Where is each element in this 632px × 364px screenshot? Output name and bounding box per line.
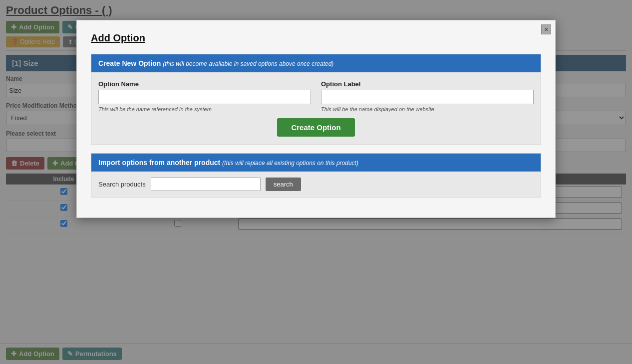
option-name-hint: This will be the name referenced in the … — [98, 106, 311, 112]
create-section-body: Option Name This will be the name refere… — [91, 72, 541, 145]
option-name-group: Option Name This will be the name refere… — [98, 80, 311, 112]
search-button[interactable]: search — [266, 178, 301, 191]
modal-body: Add Option Create New Option (this will … — [77, 20, 555, 217]
option-name-label-row: Option Name This will be the name refere… — [98, 80, 534, 112]
search-products-label: Search products — [98, 181, 146, 188]
modal-title: Add Option — [91, 32, 541, 44]
modal-close-button[interactable]: × — [541, 24, 551, 34]
option-name-label: Option Name — [98, 80, 311, 88]
add-option-modal: × Add Option Create New Option (this wil… — [76, 20, 556, 218]
search-products-input[interactable] — [151, 178, 261, 191]
option-label-input[interactable] — [321, 90, 534, 104]
create-option-section: Create New Option (this will become avai… — [91, 54, 541, 145]
option-label-group: Option Label This will be the name displ… — [321, 80, 534, 112]
option-name-input[interactable] — [98, 90, 311, 104]
create-section-header: Create New Option (this will become avai… — [91, 54, 541, 72]
import-section-header: Import options from another product (thi… — [91, 154, 541, 172]
import-section-body: Search products search — [91, 172, 541, 197]
close-icon: × — [544, 26, 548, 33]
modal-overlay: × Add Option Create New Option (this wil… — [0, 0, 632, 364]
import-option-section: Import options from another product (thi… — [91, 153, 541, 197]
option-label-label: Option Label — [321, 80, 534, 88]
create-option-button[interactable]: Create Option — [277, 118, 354, 137]
option-label-hint: This will be the name displayed on the w… — [321, 106, 534, 112]
page-background: Product Options - ( ) ✚ Add Option ✎ Per… — [0, 0, 632, 364]
